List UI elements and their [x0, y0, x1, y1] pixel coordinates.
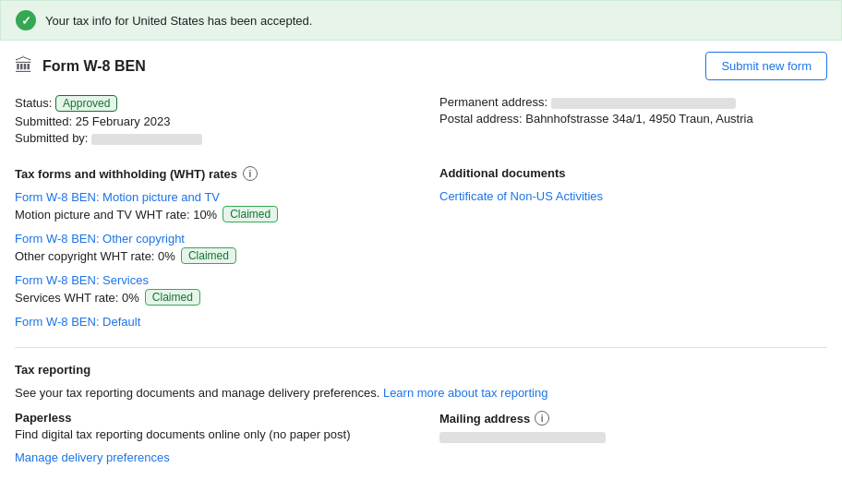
- other-copyright-rate-text: Other copyright WHT rate: 0%: [15, 249, 175, 263]
- mailing-info-icon[interactable]: i: [535, 411, 549, 426]
- submitted-by-redacted: [91, 134, 202, 145]
- services-claimed-badge: Claimed: [145, 289, 200, 306]
- delivery-left: Paperless Find digital tax reporting doc…: [15, 411, 403, 464]
- postal-address-value: Bahnhofstrasse 34a/1, 4950 Traun, Austri…: [525, 112, 752, 126]
- motion-picture-claimed-badge: Claimed: [223, 206, 278, 222]
- status-label: Status:: [15, 96, 52, 110]
- submitted-label: Submitted:: [15, 114, 72, 128]
- status-right: Permanent address: Postal address: Bahnh…: [439, 95, 827, 148]
- header-row: 🏛 Form W-8 BEN Submit new form: [15, 52, 827, 80]
- tax-forms-info-icon[interactable]: i: [243, 166, 258, 181]
- tax-forms-heading: Tax forms and withholding (WHT) rates i: [15, 166, 403, 181]
- mailing-address-redacted: [439, 432, 606, 443]
- tax-forms-heading-text: Tax forms and withholding (WHT) rates: [15, 167, 237, 181]
- submitted-by-line: Submitted by:: [15, 131, 403, 145]
- paperless-desc: Find digital tax reporting documents onl…: [15, 427, 403, 441]
- tax-reporting-heading-text: Tax reporting: [15, 363, 90, 377]
- additional-docs-column: Additional documents Certificate of Non-…: [439, 166, 827, 329]
- permanent-address-redacted: [551, 98, 736, 109]
- form-other-copyright-link[interactable]: Form W-8 BEN: Other copyright: [15, 232, 403, 246]
- postal-address-label: Postal address:: [439, 112, 523, 126]
- delivery-two-col: Paperless Find digital tax reporting doc…: [15, 411, 827, 464]
- delivery-right: Mailing address i: [439, 411, 827, 464]
- tax-reporting-section: Tax reporting See your tax reporting doc…: [15, 347, 827, 464]
- status-section: Status: Approved Submitted: 25 February …: [15, 95, 827, 148]
- learn-more-link[interactable]: Learn more about tax reporting: [383, 386, 548, 400]
- form-title: Form W-8 BEN: [42, 58, 146, 75]
- certificate-non-us-link[interactable]: Certificate of Non-US Activities: [439, 189, 603, 203]
- form-services-link[interactable]: Form W-8 BEN: Services: [15, 273, 403, 287]
- services-rate-text: Services WHT rate: 0%: [15, 291, 139, 305]
- banner-message: Your tax info for United States has been…: [45, 14, 312, 28]
- submitted-by-label: Submitted by:: [15, 131, 89, 145]
- submitted-date-line: Submitted: 25 February 2023: [15, 114, 403, 128]
- status-badge: Approved: [55, 95, 117, 112]
- permanent-address-label: Permanent address:: [439, 95, 547, 109]
- bank-icon: 🏛: [15, 55, 33, 77]
- status-line: Status: Approved: [15, 95, 403, 112]
- services-rate-line: Services WHT rate: 0% Claimed: [15, 289, 403, 306]
- form-motion-picture-link[interactable]: Form W-8 BEN: Motion picture and TV: [15, 190, 403, 204]
- form-default-link[interactable]: Form W-8 BEN: Default: [15, 315, 403, 329]
- additional-docs-heading: Additional documents: [439, 166, 827, 180]
- submit-new-form-button[interactable]: Submit new form: [705, 52, 827, 80]
- mailing-label-row: Mailing address i: [439, 411, 827, 426]
- tax-reporting-desc: See your tax reporting documents and man…: [15, 386, 827, 400]
- tax-reporting-heading: Tax reporting: [15, 363, 827, 377]
- two-col-layout: Tax forms and withholding (WHT) rates i …: [15, 166, 827, 329]
- tax-forms-column: Tax forms and withholding (WHT) rates i …: [15, 166, 403, 329]
- other-copyright-claimed-badge: Claimed: [181, 247, 236, 264]
- success-banner: Your tax info for United States has been…: [0, 0, 842, 41]
- permanent-address-line: Permanent address:: [439, 95, 827, 109]
- additional-docs-heading-text: Additional documents: [439, 166, 566, 180]
- status-left: Status: Approved Submitted: 25 February …: [15, 95, 403, 148]
- paperless-label: Paperless: [15, 411, 403, 425]
- motion-picture-rate-line: Motion picture and TV WHT rate: 10% Clai…: [15, 206, 403, 222]
- postal-address-line: Postal address: Bahnhofstrasse 34a/1, 49…: [439, 112, 827, 126]
- other-copyright-rate-line: Other copyright WHT rate: 0% Claimed: [15, 247, 403, 264]
- submitted-date: 25 February 2023: [76, 114, 171, 128]
- motion-picture-rate-text: Motion picture and TV WHT rate: 10%: [15, 208, 217, 222]
- form-title-group: 🏛 Form W-8 BEN: [15, 55, 146, 77]
- success-icon: [16, 10, 36, 30]
- tax-reporting-desc-before: See your tax reporting documents and man…: [15, 386, 379, 400]
- mailing-address-label: Mailing address: [439, 412, 530, 426]
- main-content: 🏛 Form W-8 BEN Submit new form Status: A…: [0, 52, 842, 479]
- manage-delivery-preferences-link[interactable]: Manage delivery preferences: [15, 450, 170, 464]
